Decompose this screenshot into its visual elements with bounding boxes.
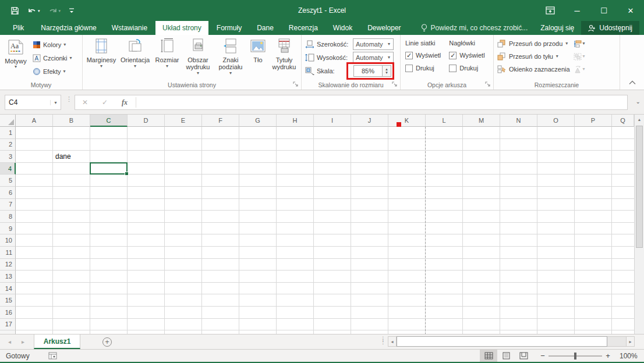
row-header-5[interactable]: 5 [0, 175, 16, 187]
dialog-launcher-icon[interactable] [485, 81, 491, 88]
row-header-16[interactable]: 16 [0, 307, 16, 319]
column-header-L[interactable]: L [426, 115, 463, 127]
tytuly-wydruku-button[interactable]: Tytuły wydruku [269, 36, 299, 80]
zoom-slider-track[interactable] [549, 355, 602, 357]
tab-narzedzia-glowne[interactable]: Narzędzia główne [34, 21, 103, 35]
gridlines-print-checkbox[interactable]: Drukuj [405, 62, 441, 74]
column-header-A[interactable]: A [16, 115, 53, 127]
column-header-C[interactable]: C [90, 115, 128, 127]
szerokosc-dropdown[interactable]: Automaty ▾ [353, 38, 394, 50]
tab-wstawianie[interactable]: Wstawianie [105, 21, 154, 35]
column-header-Q[interactable]: Q [612, 115, 634, 127]
column-header-O[interactable]: O [537, 115, 575, 127]
column-header-N[interactable]: N [500, 115, 537, 127]
sign-in-button[interactable]: Zaloguj się [533, 21, 581, 35]
minimize-button[interactable]: ─ [564, 0, 590, 21]
tab-uklad-strony[interactable]: Układ strony [155, 21, 208, 35]
headings-view-checkbox[interactable]: ✓ Wyświetl [449, 49, 484, 62]
prev-sheet-arrow-icon[interactable]: ◂ [8, 339, 11, 345]
name-box[interactable]: C4 ▾ [5, 95, 61, 110]
zoom-in-button[interactable]: + [602, 351, 614, 360]
row-header-1[interactable]: 1 [0, 127, 16, 139]
row-header-8[interactable]: 8 [0, 211, 16, 223]
horizontal-scroll-track[interactable] [607, 336, 626, 347]
kolory-button[interactable]: Kolory ▾ [33, 39, 72, 51]
row-header-3[interactable]: 3 [0, 151, 16, 163]
row-header-10[interactable]: 10 [0, 234, 16, 247]
skala-spin-buttons[interactable]: ▲▼ [383, 65, 391, 77]
page-break-preview-button[interactable] [515, 350, 532, 362]
dialog-launcher-icon[interactable] [293, 81, 299, 88]
close-button[interactable]: ✕ [617, 0, 644, 21]
vertical-scrollbar[interactable]: ▲ [634, 115, 644, 334]
expand-formula-bar-chevron-icon[interactable]: ⌄ [636, 98, 641, 105]
page-layout-view-button[interactable] [497, 350, 515, 362]
formula-input[interactable] [137, 95, 627, 109]
customize-qat-button[interactable] [69, 7, 75, 14]
cells-area[interactable] [0, 127, 634, 334]
horizontal-scroll-thumb[interactable] [397, 336, 607, 347]
macro-record-icon[interactable] [48, 352, 57, 360]
vertical-scroll-thumb[interactable] [636, 126, 643, 248]
tell-me-box[interactable]: Powiedz mi, co chcesz zrobić... [415, 21, 534, 35]
obszar-wydruku-button[interactable]: Obszar wydruku ▾ [182, 36, 214, 80]
cancel-entry-button[interactable]: ✕ [75, 98, 95, 106]
column-header-F[interactable]: F [202, 115, 239, 127]
tabbar-split-handle[interactable]: ⋮⋮ [380, 337, 386, 343]
wysokosc-dropdown[interactable]: Automaty ▾ [353, 52, 394, 63]
column-header-M[interactable]: M [463, 115, 500, 127]
sheet[interactable]: ABCDEFGHIJKLMNOPQ 1234567891011121314151… [0, 115, 634, 334]
row-header-15[interactable]: 15 [0, 294, 16, 307]
group-objects-button[interactable]: ▾ [574, 50, 585, 63]
zoom-level[interactable]: 100% [620, 352, 644, 360]
collapse-ribbon-button[interactable] [620, 35, 644, 90]
tab-recenzja[interactable]: Recenzja [282, 21, 325, 35]
next-sheet-arrow-icon[interactable]: ▸ [22, 339, 24, 345]
column-header-K[interactable]: K [388, 115, 426, 127]
horizontal-scrollbar[interactable]: ◂ ▸ [388, 336, 635, 347]
insert-function-button[interactable]: fx [115, 98, 135, 107]
new-sheet-button[interactable]: + [80, 334, 112, 349]
scroll-right-arrow-icon[interactable]: ▸ [626, 336, 635, 347]
tab-deweloper[interactable]: Deweloper [360, 21, 408, 35]
dialog-launcher-icon[interactable] [392, 81, 398, 88]
cell-B3[interactable]: dane [55, 151, 71, 163]
formula-bar-divider-handle[interactable]: ⋮ [66, 97, 72, 101]
row-header-11[interactable]: 11 [0, 247, 16, 259]
align-objects-button[interactable]: ▾ [574, 37, 585, 50]
share-button[interactable]: Udostępnij [581, 21, 639, 35]
scroll-up-arrow-icon[interactable]: ▲ [635, 115, 644, 124]
column-header-D[interactable]: D [128, 115, 165, 127]
normal-view-button[interactable] [480, 350, 497, 362]
tab-formuly[interactable]: Formuły [210, 21, 249, 35]
okienko-zaznaczenia-button[interactable]: Okienko zaznaczenia [497, 63, 570, 76]
select-all-corner[interactable] [0, 115, 16, 127]
tab-dane[interactable]: Dane [250, 21, 281, 35]
gridlines-view-checkbox[interactable]: ✓ Wyświetl [405, 49, 441, 62]
column-header-G[interactable]: G [239, 115, 277, 127]
maximize-button[interactable]: ☐ [590, 0, 617, 21]
row-header-2[interactable]: 2 [0, 139, 16, 151]
orientacja-button[interactable]: Orientacja ▾ [118, 36, 153, 80]
znaki-podzialu-button[interactable]: Znaki podziału ▾ [214, 36, 247, 80]
row-header-4[interactable]: 4 [0, 163, 16, 175]
przesun-do-przodu-button[interactable]: Przesuń do przodu ▾ [497, 37, 570, 50]
zoom-slider-handle[interactable] [574, 353, 576, 360]
column-header-P[interactable]: P [575, 115, 612, 127]
row-header-17[interactable]: 17 [0, 319, 16, 331]
column-header-J[interactable]: J [351, 115, 388, 127]
row-header-12[interactable]: 12 [0, 259, 16, 271]
row-header-14[interactable]: 14 [0, 283, 16, 295]
tlo-button[interactable]: Tło [247, 36, 269, 80]
save-button[interactable] [10, 6, 19, 15]
skala-input[interactable]: 85% [353, 65, 383, 77]
motywy-button[interactable]: Aa Motywy ▾ [2, 37, 29, 79]
przesun-do-tylu-button[interactable]: Przesuń do tyłu ▾ [497, 50, 570, 63]
row-header-9[interactable]: 9 [0, 223, 16, 235]
czcionki-button[interactable]: A Czcionki ▾ [33, 52, 72, 64]
tab-plik[interactable]: Plik [4, 21, 33, 35]
column-header-B[interactable]: B [53, 115, 90, 127]
marginesy-button[interactable]: Marginesy ▾ [85, 36, 118, 80]
redo-button[interactable]: ▾ [48, 7, 61, 15]
undo-button[interactable]: ▾ [27, 7, 40, 15]
